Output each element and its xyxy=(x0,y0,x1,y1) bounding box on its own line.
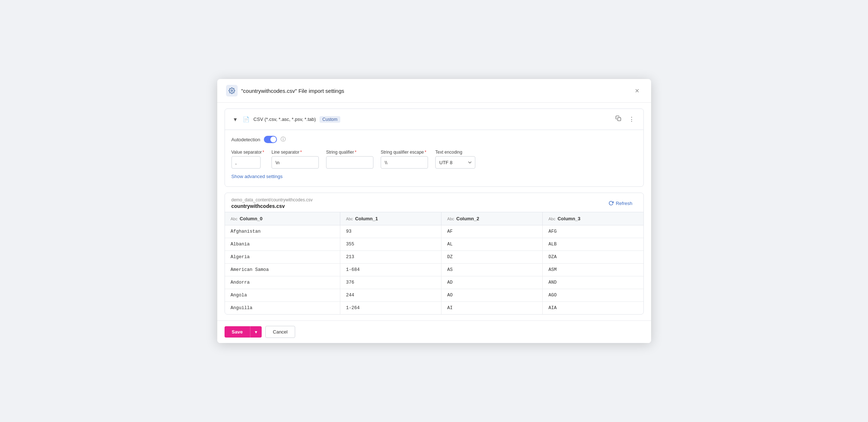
modal-container: "countrywithcodes.csv" File import setti… xyxy=(217,79,651,343)
value-separator-input[interactable] xyxy=(231,156,261,169)
table-header-row: Abc Column_0 Abc Column_1 xyxy=(225,212,643,225)
cell-2-3: DZA xyxy=(542,251,643,264)
string-qualifier-label: String qualifier* xyxy=(326,150,373,155)
modal-title: "countrywithcodes.csv" File import setti… xyxy=(241,88,344,94)
close-button[interactable]: × xyxy=(632,85,642,96)
column-header-3: Abc Column_3 xyxy=(542,212,643,225)
table-row: Algeria213DZDZA xyxy=(225,251,643,264)
cell-6-0: Anguilla xyxy=(225,302,340,315)
cell-5-3: AGO xyxy=(542,289,643,302)
autodetect-label: Autodetection xyxy=(231,137,261,142)
collapse-button[interactable]: ▼ xyxy=(231,116,239,123)
cancel-button[interactable]: Cancel xyxy=(265,326,295,338)
cell-1-2: AL xyxy=(441,238,542,251)
svg-point-0 xyxy=(231,90,233,92)
settings-header: ▼ 📄 CSV (*.csv, *.asc, *.psv, *.tab) Cus… xyxy=(225,109,643,130)
line-separator-label: Line separator* xyxy=(272,150,319,155)
cell-4-3: AND xyxy=(542,276,643,289)
fields-row: Value separator* Line separator* String … xyxy=(231,150,637,169)
table-row: Afghanistan93AFAFG xyxy=(225,225,643,238)
cell-3-2: AS xyxy=(441,264,542,276)
cell-4-0: Andorra xyxy=(225,276,340,289)
cell-5-2: AO xyxy=(441,289,542,302)
cell-0-2: AF xyxy=(441,225,542,238)
settings-header-left: ▼ 📄 CSV (*.csv, *.asc, *.psv, *.tab) Cus… xyxy=(231,116,341,123)
modal-footer: Save ▼ Cancel xyxy=(217,320,651,343)
show-advanced-button[interactable]: Show advanced settings xyxy=(231,174,283,179)
save-button-wrap: Save ▼ xyxy=(225,326,262,338)
table-row: Anguilla1-264AIAIA xyxy=(225,302,643,315)
autodetect-toggle[interactable] xyxy=(264,136,277,143)
table-row: Albania355ALALB xyxy=(225,238,643,251)
preview-table-wrap: Abc Column_0 Abc Column_1 xyxy=(225,212,643,314)
column-header-0: Abc Column_0 xyxy=(225,212,340,225)
gear-icon xyxy=(226,85,238,96)
autodetect-row: Autodetection ⓘ xyxy=(231,136,637,143)
cell-6-3: AIA xyxy=(542,302,643,315)
cell-6-1: 1-264 xyxy=(340,302,441,315)
preview-filename: countrywithcodes.csv xyxy=(231,203,313,209)
cell-6-2: AI xyxy=(441,302,542,315)
cell-2-2: DZ xyxy=(441,251,542,264)
custom-badge: Custom xyxy=(320,116,340,123)
save-dropdown-button[interactable]: ▼ xyxy=(250,326,262,338)
settings-form: Autodetection ⓘ Value separator* Line se… xyxy=(225,130,643,186)
column-header-2: Abc Column_2 xyxy=(441,212,542,225)
table-row: Andorra376ADAND xyxy=(225,276,643,289)
cell-3-3: ASM xyxy=(542,264,643,276)
preview-path: demo_data_content/countrywithcodes.csv xyxy=(231,197,313,202)
info-icon[interactable]: ⓘ xyxy=(281,136,286,143)
file-icon: 📄 xyxy=(243,116,250,123)
text-encoding-select[interactable]: UTF 8 UTF-16 ISO-8859-1 ASCII xyxy=(435,156,475,169)
string-qualifier-escape-input[interactable] xyxy=(381,156,428,169)
cell-1-1: 355 xyxy=(340,238,441,251)
cell-1-0: Albania xyxy=(225,238,340,251)
cell-5-1: 244 xyxy=(340,289,441,302)
preview-table: Abc Column_0 Abc Column_1 xyxy=(225,212,643,314)
cell-2-1: 213 xyxy=(340,251,441,264)
save-button[interactable]: Save xyxy=(225,326,250,338)
format-label: CSV (*.csv, *.asc, *.psv, *.tab) xyxy=(253,117,316,122)
string-qualifier-input[interactable] xyxy=(326,156,373,169)
refresh-button[interactable]: Refresh xyxy=(604,198,637,208)
refresh-icon xyxy=(609,201,614,206)
table-row: American Samoa1-684ASASM xyxy=(225,264,643,276)
text-encoding-group: Text encoding UTF 8 UTF-16 ISO-8859-1 AS… xyxy=(435,150,475,169)
svg-rect-1 xyxy=(618,118,621,121)
cell-5-0: Angola xyxy=(225,289,340,302)
cell-4-2: AD xyxy=(441,276,542,289)
cell-0-1: 93 xyxy=(340,225,441,238)
table-row: Angola244AOAGO xyxy=(225,289,643,302)
header-icons: ⋮ xyxy=(613,114,637,125)
cell-3-0: American Samoa xyxy=(225,264,340,276)
more-options-button[interactable]: ⋮ xyxy=(626,114,637,125)
string-qualifier-escape-group: String qualifier escape* xyxy=(381,150,428,169)
preview-file-info: demo_data_content/countrywithcodes.csv c… xyxy=(231,197,313,209)
cell-1-3: ALB xyxy=(542,238,643,251)
copy-icon-button[interactable] xyxy=(613,114,623,125)
line-separator-input[interactable] xyxy=(272,156,319,169)
value-separator-label: Value separator* xyxy=(231,150,265,155)
header-left: "countrywithcodes.csv" File import setti… xyxy=(226,85,344,96)
text-encoding-label: Text encoding xyxy=(435,150,475,155)
column-header-1: Abc Column_1 xyxy=(340,212,441,225)
cell-0-3: AFG xyxy=(542,225,643,238)
line-separator-group: Line separator* xyxy=(272,150,319,169)
preview-section: demo_data_content/countrywithcodes.csv c… xyxy=(225,193,644,315)
cell-0-0: Afghanistan xyxy=(225,225,340,238)
settings-section: ▼ 📄 CSV (*.csv, *.asc, *.psv, *.tab) Cus… xyxy=(225,109,644,187)
string-qualifier-escape-label: String qualifier escape* xyxy=(381,150,428,155)
value-separator-group: Value separator* xyxy=(231,150,265,169)
preview-header: demo_data_content/countrywithcodes.csv c… xyxy=(225,193,643,212)
string-qualifier-group: String qualifier* xyxy=(326,150,373,169)
cell-2-0: Algeria xyxy=(225,251,340,264)
modal-header: "countrywithcodes.csv" File import setti… xyxy=(217,79,651,103)
cell-3-1: 1-684 xyxy=(340,264,441,276)
cell-4-1: 376 xyxy=(340,276,441,289)
